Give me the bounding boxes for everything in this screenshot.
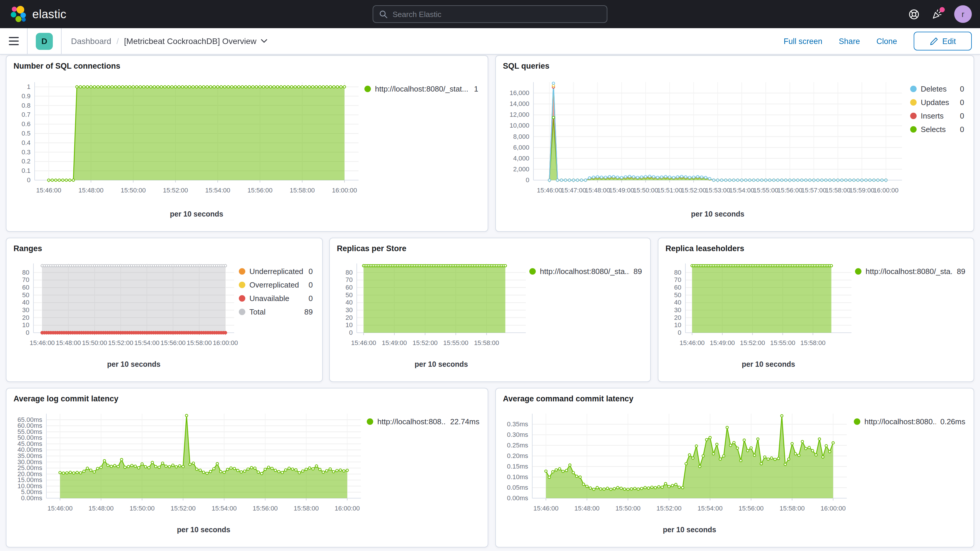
dashboard-title[interactable]: [Metricbeat CockroachDB] Overview (124, 37, 267, 46)
legend-label: http://localhost:8080/_sta... (540, 267, 629, 276)
panel-replicas-per-store: Replicas per Store 0102030405060708015:4… (329, 238, 651, 382)
panel-title: Average log commit latency (13, 394, 480, 403)
legend-item[interactable]: Deletes0 (910, 84, 967, 93)
clone-button[interactable]: Clone (877, 37, 897, 46)
legend-label: Overreplicated (250, 280, 299, 289)
pencil-icon (929, 37, 938, 46)
legend-label: Unavailable (250, 294, 289, 303)
svg-text:15:55:00: 15:55:00 (443, 339, 469, 347)
chart-legend: Underreplicated0Overreplicated0Unavailab… (239, 254, 315, 377)
search-input[interactable]: Search Elastic (372, 5, 608, 23)
series-color-dot (910, 113, 916, 119)
legend-item[interactable]: http://localhost:8080/_stat...1 (364, 84, 480, 93)
chevron-down-icon (261, 39, 267, 43)
legend-label: http://localhost:8080/_sta... (865, 267, 953, 276)
svg-text:15:52:00: 15:52:00 (740, 339, 765, 347)
svg-text:0: 0 (349, 329, 353, 336)
edit-button[interactable]: Edit (913, 32, 972, 51)
svg-text:40: 40 (346, 299, 353, 306)
svg-text:15:58:00: 15:58:00 (187, 339, 212, 347)
legend-label: Selects (921, 125, 946, 134)
panel-title: Replicas per Store (337, 244, 643, 253)
svg-text:16,000: 16,000 (510, 89, 529, 97)
legend-item[interactable]: Overreplicated0 (239, 280, 315, 289)
svg-text:per 10 seconds: per 10 seconds (742, 360, 795, 368)
svg-text:15:54:00: 15:54:00 (134, 339, 160, 347)
svg-text:15:58:00: 15:58:00 (290, 186, 315, 194)
svg-text:40: 40 (674, 299, 681, 306)
panel-title: Replica leaseholders (665, 244, 967, 253)
svg-text:16:00:00: 16:00:00 (335, 505, 360, 512)
full-screen-button[interactable]: Full screen (784, 37, 822, 46)
svg-text:15:50:00: 15:50:00 (129, 505, 154, 512)
share-button[interactable]: Share (839, 37, 860, 46)
legend-item[interactable]: Total89 (239, 307, 315, 316)
chart-legend: Deletes0Updates0Inserts0Selects0 (910, 72, 967, 227)
area-chart: 0.00ms0.05ms0.10ms0.15ms0.20ms0.25ms0.30… (503, 404, 854, 543)
svg-text:50: 50 (22, 291, 29, 299)
svg-text:15:46:00: 15:46:00 (679, 339, 705, 347)
help-button[interactable] (908, 8, 920, 20)
legend-item[interactable]: Unavailable0 (239, 294, 315, 303)
nav-divider (61, 28, 62, 54)
series-color-dot (855, 268, 861, 275)
search-icon (379, 10, 388, 19)
series-color-dot (239, 309, 245, 315)
newsfeed-button[interactable] (931, 8, 942, 20)
svg-text:60: 60 (674, 284, 681, 291)
legend-value: 0 (309, 267, 315, 276)
svg-text:70: 70 (22, 276, 29, 283)
svg-text:80: 80 (22, 269, 29, 276)
svg-text:15:49:00: 15:49:00 (382, 339, 407, 347)
svg-text:10: 10 (346, 321, 353, 329)
user-avatar[interactable]: r (954, 5, 972, 23)
menu-hamburger-button[interactable] (0, 28, 27, 54)
legend-value: 1 (474, 84, 480, 93)
svg-text:16:00:00: 16:00:00 (213, 339, 238, 347)
legend-item[interactable]: Selects0 (910, 125, 967, 134)
area-chart: 0.00ms5.00ms10.00ms15.00ms20.00ms25.00ms… (13, 404, 367, 543)
legend-item[interactable]: http://localhost:8080/_sta...89 (855, 267, 968, 276)
legend-item[interactable]: http://localhost:8080...0.26ms (854, 417, 968, 426)
legend-item[interactable]: Updates0 (910, 98, 967, 107)
nav-divider (27, 28, 27, 54)
legend-item[interactable]: Inserts0 (910, 111, 967, 120)
area-chart: 0102030405060708015:46:0015:48:0015:50:0… (13, 254, 239, 377)
svg-text:15:54:00: 15:54:00 (205, 186, 230, 194)
legend-value: 89 (304, 307, 315, 316)
svg-text:15:58:00: 15:58:00 (474, 339, 499, 347)
elastic-logo[interactable]: elastic (0, 5, 76, 23)
series-color-dot (910, 126, 916, 133)
legend-value: 0.26ms (940, 417, 968, 426)
area-chart: 0102030405060708015:46:0015:49:0015:52:0… (337, 254, 529, 377)
logo-wordmark: elastic (32, 7, 66, 21)
legend-label: Total (250, 307, 266, 316)
svg-text:0.05ms: 0.05ms (507, 484, 528, 491)
svg-text:15:46:00: 15:46:00 (533, 505, 558, 512)
panel-sql-queries: SQL queries 02,0004,0006,0008,00010,0001… (495, 55, 974, 232)
svg-text:15:56:00: 15:56:00 (777, 186, 802, 194)
svg-text:0.5: 0.5 (21, 130, 30, 137)
space-badge[interactable]: D (36, 33, 53, 49)
legend-value: 0 (960, 111, 967, 120)
svg-text:15:48:00: 15:48:00 (89, 505, 114, 512)
area-chart: 0102030405060708015:46:0015:49:0015:52:0… (665, 254, 855, 377)
series-color-dot (239, 268, 245, 275)
breadcrumb-dashboard-link[interactable]: Dashboard (71, 37, 111, 46)
chart-legend: http://localhost:808...22.74ms (367, 404, 482, 543)
legend-item[interactable]: http://localhost:8080/_sta...89 (529, 267, 644, 276)
svg-text:15:50:00: 15:50:00 (615, 505, 641, 512)
svg-text:80: 80 (674, 269, 681, 276)
svg-text:0.10ms: 0.10ms (507, 473, 528, 481)
svg-text:15:50:00: 15:50:00 (82, 339, 107, 347)
area-chart: 00.10.20.30.40.50.60.70.80.9115:46:0015:… (13, 72, 364, 227)
svg-text:0.35ms: 0.35ms (507, 420, 528, 428)
svg-text:15:52:00: 15:52:00 (656, 505, 682, 512)
legend-item[interactable]: Underreplicated0 (239, 267, 315, 276)
series-color-dot (239, 282, 245, 288)
legend-item[interactable]: http://localhost:808...22.74ms (367, 417, 482, 426)
legend-value: 0 (960, 125, 967, 134)
svg-text:16:00:00: 16:00:00 (332, 186, 357, 194)
panel-replica-leaseholders: Replica leaseholders 0102030405060708015… (658, 238, 974, 382)
svg-text:15:58:00: 15:58:00 (780, 505, 805, 512)
